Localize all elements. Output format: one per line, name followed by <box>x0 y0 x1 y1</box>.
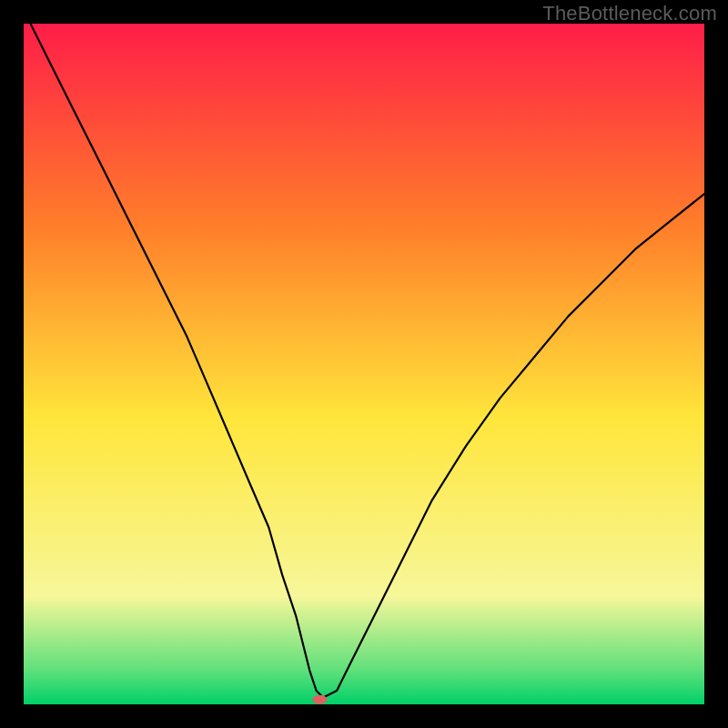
watermark-text: TheBottleneck.com <box>542 2 717 25</box>
plot-svg <box>24 24 704 704</box>
minimum-marker <box>312 695 327 704</box>
chart-frame: TheBottleneck.com <box>0 0 728 728</box>
plot-area <box>24 24 704 704</box>
gradient-background <box>24 24 704 704</box>
